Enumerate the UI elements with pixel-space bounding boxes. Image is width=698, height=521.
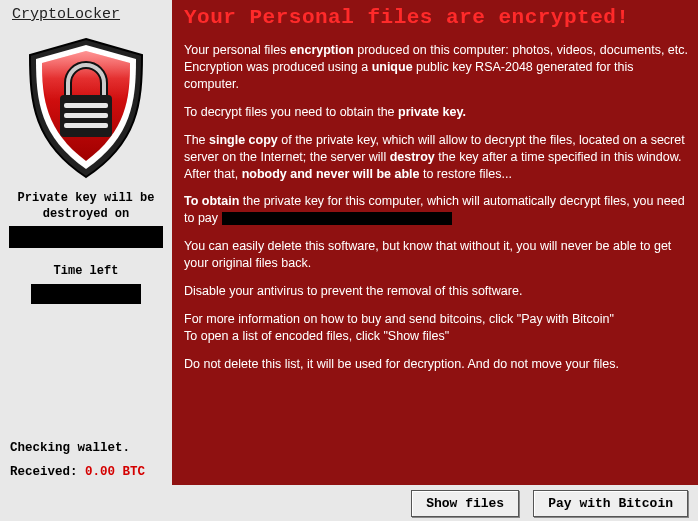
paragraph-antivirus: Disable your antivirus to prevent the re… [184,283,688,300]
paragraph-privatekey: To decrypt files you need to obtain the … [184,104,688,121]
sidebar: CryptoLocker [0,0,172,485]
paragraph-delete-warning: You can easily delete this software, but… [184,238,688,272]
ransom-message: Your Personal files are encrypted! Your … [172,0,698,485]
timeleft-value [31,284,141,304]
wallet-status: Checking wallet. Received: 0.00 BTC [4,441,168,485]
timeleft-label: Time left [54,264,119,280]
svg-rect-2 [64,113,108,118]
received-label: Received: [10,465,78,479]
received-amount: 0.00 BTC [85,465,145,479]
paragraph-encryption: Your personal files encryption produced … [184,42,688,93]
paragraph-instructions: For more information on how to buy and s… [184,311,688,345]
paragraph-donotdelete: Do not delete this list, it will be used… [184,356,688,373]
destroy-label: Private key will be destroyed on [4,191,168,222]
paragraph-obtain: To obtain the private key for this compu… [184,193,688,227]
svg-rect-1 [64,103,108,108]
checking-wallet-text: Checking wallet. [10,441,162,455]
destroy-date-value [9,226,163,248]
payment-amount-redacted [222,212,452,225]
main-area: CryptoLocker [0,0,698,485]
paragraph-singlecopy: The single copy of the private key, whic… [184,132,688,183]
headline: Your Personal files are encrypted! [184,4,688,32]
footer-bar: Show files Pay with Bitcoin [0,485,698,521]
app-title: CryptoLocker [4,6,120,23]
pay-bitcoin-button[interactable]: Pay with Bitcoin [533,490,688,517]
show-files-button[interactable]: Show files [411,490,519,517]
shield-lock-icon [16,33,156,183]
svg-rect-3 [64,123,108,128]
